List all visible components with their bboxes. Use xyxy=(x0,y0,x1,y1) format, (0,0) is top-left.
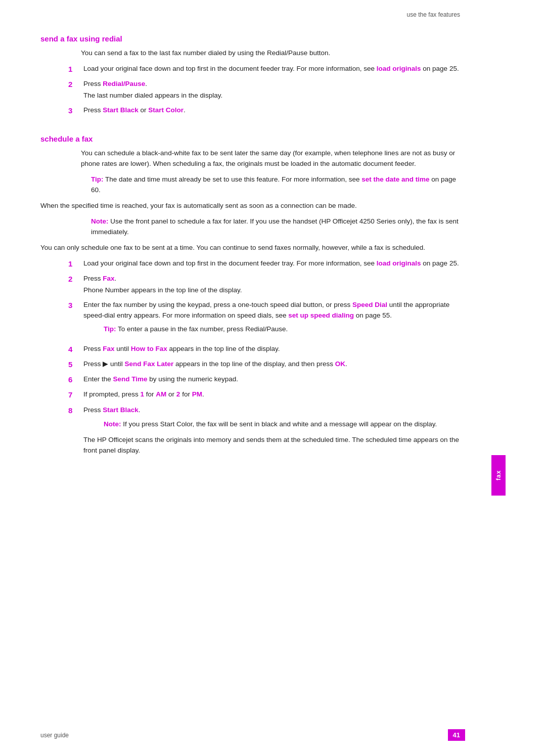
note-text: If you press Start Color, the fax will b… xyxy=(123,420,437,428)
page-number: 41 xyxy=(448,729,465,741)
step-text-after2: on page 55. xyxy=(354,312,392,319)
step-text: Load your original face down and top fir… xyxy=(83,65,377,72)
step-content: Press Start Black or Start Color. xyxy=(83,105,465,116)
numbered-list-redial: 1 Load your original face down and top f… xyxy=(68,64,465,116)
step-text-end: . xyxy=(345,360,347,368)
inline-tip-box: Tip: To enter a pause in the fax number,… xyxy=(104,324,465,335)
ok-link[interactable]: OK xyxy=(335,360,345,368)
step-text-end: . xyxy=(202,390,204,398)
step-text: Press xyxy=(83,80,103,87)
start-black-link[interactable]: Start Black xyxy=(103,106,139,114)
step-text: Enter the fax number by using the keypad… xyxy=(83,301,352,308)
speed-dial-link[interactable]: Speed Dial xyxy=(352,301,387,308)
step-text-mid3: for xyxy=(180,390,192,398)
tip-label: Tip: xyxy=(91,175,104,183)
fax-link-2[interactable]: Fax xyxy=(103,345,114,352)
step-number: 2 xyxy=(68,78,83,90)
step-text-after: . xyxy=(145,80,147,87)
step-text-mid: or xyxy=(139,106,149,114)
step-text-mid2: or xyxy=(166,390,176,398)
section-intro-schedule-fax: You can schedule a black-and-white fax t… xyxy=(81,148,465,169)
list-item: 7 If prompted, press 1 for AM or 2 for P… xyxy=(68,389,465,401)
step-number: 6 xyxy=(68,374,83,385)
step-content: If prompted, press 1 for AM or 2 for PM. xyxy=(83,389,465,400)
set-date-time-link[interactable]: set the date and time xyxy=(361,175,429,183)
tip-text: The date and time must already be set to… xyxy=(105,175,361,183)
step-text: If prompted, press xyxy=(83,390,141,398)
list-item: 8 Press Start Black. Note: If you press … xyxy=(68,405,465,457)
fax-link[interactable]: Fax xyxy=(103,275,114,282)
list-item: 2 Press Fax. Phone Number appears in the… xyxy=(68,274,465,296)
step-number: 1 xyxy=(68,258,83,270)
step-text: Press xyxy=(83,275,103,282)
load-originals-link-2[interactable]: load originals xyxy=(377,259,421,267)
step-number: 3 xyxy=(68,105,83,116)
inline-note-box: Note: If you press Start Color, the fax … xyxy=(104,419,465,430)
tip-text: To enter a pause in the fax number, pres… xyxy=(118,325,288,333)
step-content: Load your original face down and top fir… xyxy=(83,258,465,269)
start-black-link-2[interactable]: Start Black xyxy=(103,406,139,414)
step-sub: The last number dialed appears in the di… xyxy=(83,91,465,101)
step-number: 7 xyxy=(68,389,83,401)
step-text: Press xyxy=(83,406,103,414)
list-item: 1 Load your original face down and top f… xyxy=(68,258,465,270)
step-text-after: by using the numeric keypad. xyxy=(148,375,238,383)
step-number: 1 xyxy=(68,63,83,75)
tip-label: Tip: xyxy=(104,325,116,333)
list-item: 3 Press Start Black or Start Color. xyxy=(68,105,465,116)
step-content: Press Fax. Phone Number appears in the t… xyxy=(83,274,465,296)
step-number: 4 xyxy=(68,343,83,355)
step-text: Load your original face down and top fir… xyxy=(83,259,377,267)
step-bottom-note: The HP Officejet scans the originals int… xyxy=(83,435,465,456)
pm-link[interactable]: PM xyxy=(192,390,202,398)
step-sub: Phone Number appears in the top line of … xyxy=(83,285,465,296)
step-content: Press ▶ until Send Fax Later appears in … xyxy=(83,359,465,370)
step-content: Enter the Send Time by using the numeric… xyxy=(83,374,465,385)
step-text-after: on page 25. xyxy=(421,65,459,72)
how-to-fax-link[interactable]: How to Fax xyxy=(131,345,167,352)
step-text-after: appears in the top line of the display. xyxy=(167,345,280,352)
step-text-after: appears in the top line of the display, … xyxy=(173,360,335,368)
step-text: Enter the xyxy=(83,375,113,383)
side-tab: fax xyxy=(491,455,506,496)
am-link[interactable]: AM xyxy=(156,390,166,398)
step-number: 5 xyxy=(68,359,83,370)
step-content: Press Redial/Pause. The last number dial… xyxy=(83,79,465,101)
send-time-link[interactable]: Send Time xyxy=(113,375,148,383)
step-number: 3 xyxy=(68,299,83,311)
set-up-speed-dialing-link[interactable]: set up speed dialing xyxy=(288,312,354,319)
numbered-list-schedule: 1 Load your original face down and top f… xyxy=(68,258,465,457)
start-color-link[interactable]: Start Color xyxy=(148,106,184,114)
section-heading-schedule-fax: schedule a fax xyxy=(40,135,465,143)
page-section-label: use the fax features xyxy=(407,11,460,18)
step-text-after: . xyxy=(184,106,186,114)
redial-pause-link[interactable]: Redial/Pause xyxy=(103,80,145,87)
step-text: Press ▶ until xyxy=(83,360,125,368)
note-box: Note: Use the front panel to schedule a … xyxy=(91,216,465,238)
step-text-after: . xyxy=(139,406,141,414)
note-text: Use the front panel to schedule a fax fo… xyxy=(91,217,459,236)
send-fax-later-link[interactable]: Send Fax Later xyxy=(125,360,174,368)
list-item: 4 Press Fax until How to Fax appears in … xyxy=(68,344,465,355)
step-text-after: . xyxy=(115,275,117,282)
list-item: 1 Load your original face down and top f… xyxy=(68,64,465,75)
step-text-mid1: for xyxy=(144,390,156,398)
footer: user guide 41 xyxy=(40,729,465,741)
section-heading-send-fax-redial: send a fax using redial xyxy=(40,34,465,43)
section-intro-send-fax-redial: You can send a fax to the last fax numbe… xyxy=(81,48,465,59)
step-text-after: on page 25. xyxy=(421,259,459,267)
step-text-mid: until xyxy=(115,345,131,352)
schedule-fax-middle-text: When the specified time is reached, your… xyxy=(40,201,465,211)
footer-label: user guide xyxy=(40,732,69,739)
step-number: 8 xyxy=(68,405,83,416)
note-label: Note: xyxy=(91,217,109,225)
step-content: Press Start Black. Note: If you press St… xyxy=(83,405,465,457)
step-text: Press xyxy=(83,345,103,352)
list-item: 6 Enter the Send Time by using the numer… xyxy=(68,374,465,385)
step-content: Load your original face down and top fir… xyxy=(83,64,465,74)
step-number: 2 xyxy=(68,273,83,285)
load-originals-link[interactable]: load originals xyxy=(377,65,421,72)
tip-box: Tip: The date and time must already be s… xyxy=(91,174,465,196)
press-1-link[interactable]: 1 xyxy=(141,390,145,398)
step-content: Press Fax until How to Fax appears in th… xyxy=(83,344,465,354)
